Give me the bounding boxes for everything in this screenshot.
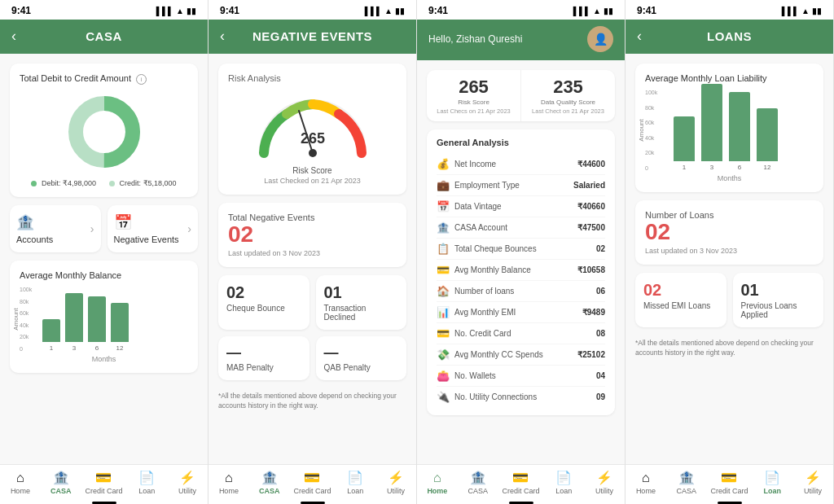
bar-2: 3 (65, 293, 83, 352)
employment-icon: 💼 (437, 179, 450, 191)
loans-bar-1: 1 (674, 116, 695, 171)
accounts-button[interactable]: 🏦 Accounts › (10, 205, 101, 252)
nav-utility-4[interactable]: ⚡ Utility (797, 470, 829, 495)
negative-events-button[interactable]: 📅 Negative Events › (108, 205, 199, 252)
header-title-2: NEGATIVE EVENTS (252, 29, 372, 43)
nav-home-1[interactable]: ⌂ Home (4, 471, 37, 495)
debit-credit-title: Total Debit to Credit Amount i (20, 73, 188, 85)
analysis-casa: 🏦 CASA Account ₹47500 (437, 217, 605, 239)
credit-icon-3: 💳 (512, 470, 529, 485)
cheque-bounce-card: 02 Cheque Bounce (218, 275, 309, 330)
nav-casa-4[interactable]: 🏦 CASA (670, 470, 703, 495)
loans-bar-item-1 (674, 116, 695, 161)
prev-loans-num: 01 (741, 281, 816, 300)
missed-emi-card: 02 Missed EMI Loans (635, 273, 726, 327)
cc-spends-icon: 💸 (437, 348, 450, 361)
analysis-cc-spends: 💸 Avg Monthly CC Spends ₹25102 (437, 344, 605, 366)
info-icon[interactable]: i (136, 74, 147, 85)
mab-dash: — (226, 344, 301, 362)
back-button-1[interactable]: ‹ (11, 28, 16, 45)
nav-casa-1[interactable]: 🏦 CASA (45, 470, 77, 495)
nav-home-3[interactable]: ⌂ Home (421, 471, 454, 495)
neg-disclaimer: *All the details mentioned above depend … (218, 387, 406, 416)
total-neg-card: Total Negative Events 02 Last updated on… (218, 203, 406, 267)
qab-penalty-card: — QAB Penalty (316, 336, 407, 380)
neg-events-content: Risk Analysis 265 Risk S (208, 54, 416, 464)
loans-y-axis: 100k80k60k40k20k0 (645, 90, 657, 171)
num-loans-number: 02 (645, 220, 814, 245)
back-button-2[interactable]: ‹ (220, 28, 225, 45)
analysis-avg-balance: 💳 Avg Monthly Balance ₹10658 (437, 260, 605, 281)
qab-dash: — (324, 344, 399, 362)
trans-declined-num: 01 (324, 283, 399, 302)
nav-credit-4[interactable]: 💳 Credit Card (710, 470, 748, 495)
header-title-4: LOANS (707, 29, 752, 43)
avg-monthly-loan-card: Average Monthly Loan Liability 100k80k60… (635, 64, 823, 192)
gauge-svg: 265 (228, 88, 397, 161)
nav-utility-1[interactable]: ⚡ Utility (171, 470, 204, 495)
avg-balance-title: Average Monthly Balance (20, 270, 188, 280)
net-income-icon: 💰 (437, 158, 450, 170)
missed-emi-num: 02 (643, 281, 718, 300)
avatar: 👤 (587, 26, 613, 52)
bar-item-1 (42, 319, 60, 342)
loans-bar-item-3 (729, 92, 750, 161)
y-axis-1: 100k80k60k40k20k0 (20, 287, 32, 352)
general-analysis-title: General Analysis (437, 138, 605, 147)
header-title-1: CASA (86, 29, 122, 43)
data-quality-sublabel: Data Quality Score (529, 99, 607, 106)
analysis-credit-card: 💳 No. Credit Card 08 (437, 323, 605, 344)
signal-icon-4: ▌▌▌ (782, 7, 799, 15)
wifi-icon-2: ▲ (384, 7, 393, 15)
svg-point-3 (309, 149, 317, 157)
svg-text:265: 265 (300, 130, 324, 147)
trans-declined-card: 01 Transaction Declined (316, 275, 407, 330)
loans-bar-chart: 100k80k60k40k20k0 Amount 1 3 6 (645, 90, 814, 182)
bottom-nav-3: ⌂ Home 🏦 CASA 💳 Credit Card 📄 Loan ⚡ Uti… (417, 464, 625, 498)
nav-loan-4[interactable]: 📄 Loan (756, 470, 788, 495)
score-row: 265 Risk Score Last Checs on 21 Apr 2023… (427, 70, 615, 121)
bar-item-2 (65, 293, 83, 342)
status-icons-3: ▌▌▌ ▲ ▮▮ (573, 7, 613, 15)
x-axis-title-1: Months (20, 355, 188, 363)
nav-credit-2[interactable]: 💳 Credit Card (293, 470, 331, 495)
utility-icon-2: ⚡ (388, 470, 404, 485)
wallets-icon: 👛 (437, 370, 450, 382)
nav-utility-3[interactable]: ⚡ Utility (588, 470, 621, 495)
accounts-arrow-icon: › (90, 222, 94, 235)
status-bar-1: 9:41 ▌▌▌ ▲ ▮▮ (0, 0, 208, 20)
casa-analysis-icon: 🏦 (437, 221, 450, 234)
nav-credit-1[interactable]: 💳 Credit Card (85, 470, 122, 495)
missed-emi-label: Missed EMI Loans (643, 301, 718, 310)
neg-events-icon: 📅 (114, 213, 132, 231)
nav-casa-3[interactable]: 🏦 CASA (462, 470, 494, 495)
loan-icon-2: 📄 (347, 470, 363, 485)
time-4: 9:41 (637, 5, 656, 16)
data-quality-half: 235 Data Quality Score Last Chect on 21 … (521, 70, 615, 121)
nav-casa-2[interactable]: 🏦 CASA (253, 470, 286, 495)
nav-credit-3[interactable]: 💳 Credit Card (502, 470, 539, 495)
nav-home-2[interactable]: ⌂ Home (213, 471, 245, 495)
back-button-4[interactable]: ‹ (637, 28, 642, 45)
trans-declined-label: Transaction Declined (324, 304, 399, 322)
status-icons-1: ▌▌▌ ▲ ▮▮ (156, 7, 196, 15)
nav-loan-2[interactable]: 📄 Loan (339, 470, 371, 495)
greeting-text: Hello, Zishan Qureshi (428, 33, 522, 45)
home-icon-4: ⌂ (642, 471, 650, 485)
bottom-nav-4: ⌂ Home 🏦 CASA 💳 Credit Card 📄 Loan ⚡ Uti… (626, 464, 833, 498)
status-icons-2: ▌▌▌ ▲ ▮▮ (365, 7, 405, 15)
battery-icon: ▮▮ (187, 7, 196, 15)
nav-home-4[interactable]: ⌂ Home (630, 471, 662, 495)
prev-loans-label: Previous Loans Applied (741, 301, 816, 319)
credit-icon-4: 💳 (721, 470, 737, 485)
num-loans-label: Number of Loans (645, 210, 814, 220)
status-bar-3: 9:41 ▌▌▌ ▲ ▮▮ (417, 0, 625, 20)
nav-loan-3[interactable]: 📄 Loan (547, 470, 580, 495)
nav-utility-2[interactable]: ⚡ Utility (380, 470, 412, 495)
panel-loans: 9:41 ▌▌▌ ▲ ▮▮ ‹ LOANS Average Monthly Lo… (626, 0, 834, 504)
risk-score-half: 265 Risk Score Last Checs on 21 Apr 2023 (427, 70, 521, 121)
status-bar-4: 9:41 ▌▌▌ ▲ ▮▮ (626, 0, 833, 20)
nav-loan-1[interactable]: 📄 Loan (130, 470, 163, 495)
battery-icon-3: ▮▮ (604, 7, 613, 15)
signal-icon: ▌▌▌ (156, 7, 173, 15)
